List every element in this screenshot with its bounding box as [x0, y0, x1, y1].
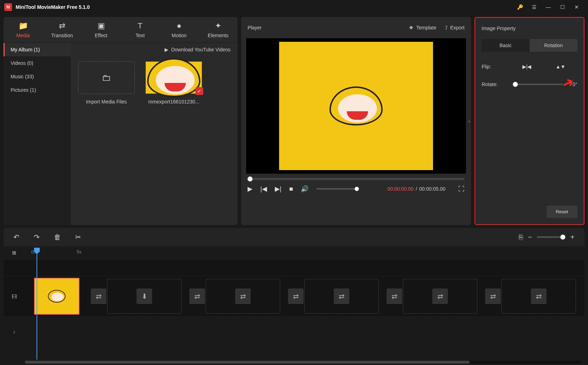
folder-open-icon: 🗀	[102, 72, 111, 83]
property-tab-basic[interactable]: Basic	[482, 39, 529, 52]
sidebar-item-pictures[interactable]: Pictures (1)	[4, 83, 71, 97]
stop-button[interactable]: ■	[289, 185, 293, 193]
reset-button[interactable]: Reset	[547, 206, 577, 218]
main-tabs: 📁 Media ⇄ Transition ▣ Effect T Text ● M…	[4, 17, 238, 43]
app-logo-icon: M	[4, 3, 12, 11]
prev-frame-button[interactable]: |◀	[260, 185, 267, 193]
download-icon: ⬇	[137, 288, 152, 304]
seek-slider[interactable]	[248, 178, 465, 180]
zoom-slider[interactable]	[537, 236, 565, 238]
video-track-icon: 🎞	[4, 294, 25, 299]
text-icon: T	[138, 21, 142, 30]
swap-icon: ⇄	[235, 288, 251, 304]
collapse-handle[interactable]: ›	[467, 112, 471, 130]
transition-slot-button[interactable]: ⇄	[485, 288, 501, 304]
zoom-in-button[interactable]: +	[570, 233, 575, 241]
player-title: Player	[248, 25, 400, 30]
empty-clip-slot[interactable]: ⬇	[107, 279, 182, 314]
flip-vertical-button[interactable]: ▲▼	[554, 62, 567, 71]
sidebar-item-myalbum[interactable]: My Album (1)	[4, 43, 71, 56]
rotate-slider[interactable]	[513, 84, 563, 85]
overlay-track[interactable]	[4, 259, 584, 276]
swap-icon: ⇄	[531, 288, 547, 304]
timeline-ruler[interactable]: ⊞ 0s 5s	[4, 246, 584, 259]
empty-clip-slot[interactable]: ⇄	[304, 279, 379, 314]
template-label: Template	[416, 25, 437, 30]
swap-icon: ⇄	[432, 288, 448, 304]
transition-icon: ⇄	[59, 21, 65, 30]
folder-icon: 📁	[18, 21, 28, 30]
add-track-button[interactable]: ⊞	[4, 246, 25, 259]
template-button[interactable]: ❖ Template	[409, 25, 437, 30]
tab-transition[interactable]: ⇄ Transition	[43, 17, 82, 43]
tab-motion[interactable]: ● Motion	[160, 17, 199, 43]
tab-label: Elements	[208, 33, 228, 38]
transition-slot-button[interactable]: ⇄	[189, 288, 205, 304]
maximize-button[interactable]: ☐	[555, 0, 570, 14]
clip-thumbnail	[48, 290, 66, 303]
empty-clip-slot[interactable]: ⇄	[206, 279, 280, 314]
preview-area	[246, 38, 466, 174]
tab-label: Text	[135, 33, 145, 38]
media-sidebar: My Album (1) Videos (0) Music (33) Pictu…	[4, 43, 71, 225]
audio-track[interactable]: ♪	[4, 316, 584, 346]
tab-label: Motion	[172, 33, 187, 38]
play-button[interactable]: ▶	[248, 185, 253, 193]
timeline: ⊞ 0s 5s 🎞 ⇄ ⬇ ⇄ ⇄ ⇄ ⇄ ⇄ ⇄ ⇄	[4, 246, 584, 365]
transition-slot-button[interactable]: ⇄	[91, 288, 106, 304]
download-youtube-link[interactable]: Download YouTube Videos	[171, 47, 231, 52]
next-frame-button[interactable]: ▶|	[275, 185, 282, 193]
key-icon[interactable]: 🔑	[513, 0, 527, 14]
tab-effect[interactable]: ▣ Effect	[82, 17, 121, 43]
transition-slot-button[interactable]: ⇄	[387, 288, 402, 304]
export-button[interactable]: ⤴ Export	[445, 25, 465, 30]
property-tab-rotation[interactable]: Rotation	[529, 39, 577, 52]
flip-horizontal-button[interactable]: ▶|◀	[521, 62, 533, 71]
export-icon: ⤴	[445, 25, 448, 30]
media-thumbnail[interactable]: ✓	[145, 61, 202, 94]
import-media-button[interactable]: 🗀	[78, 61, 135, 94]
ruler-mark: 5s	[77, 249, 82, 254]
minimize-button[interactable]: —	[541, 0, 555, 14]
flip-label: Flip:	[482, 64, 503, 69]
player-panel: Player ❖ Template ⤴ Export › ▶ |◀ ▶| ■ 🔊	[241, 17, 471, 225]
undo-button[interactable]: ↶	[13, 233, 20, 241]
swap-icon: ⇄	[334, 288, 349, 304]
empty-clip-slot[interactable]: ⇄	[403, 279, 477, 314]
volume-icon[interactable]: 🔊	[301, 185, 309, 193]
tab-media[interactable]: 📁 Media	[4, 17, 43, 43]
tab-text[interactable]: T Text	[121, 17, 160, 43]
timeline-scrollbar[interactable]	[25, 361, 581, 364]
time-separator: /	[416, 186, 417, 192]
import-label: Import Media Files	[78, 99, 135, 105]
video-track[interactable]: 🎞 ⇄ ⬇ ⇄ ⇄ ⇄ ⇄ ⇄ ⇄ ⇄ ⇄	[4, 276, 584, 316]
rotate-value: 0°	[573, 82, 577, 87]
app-title: MiniTool MovieMaker Free 5.1.0	[16, 4, 90, 10]
thumbnail-image	[147, 58, 200, 97]
timeline-clip[interactable]	[34, 278, 79, 315]
tab-label: Effect	[95, 33, 107, 38]
motion-icon: ●	[177, 21, 181, 30]
export-label: Export	[450, 25, 465, 30]
redo-button[interactable]: ↷	[34, 233, 40, 241]
volume-slider[interactable]	[316, 188, 359, 190]
tab-elements[interactable]: ✦ Elements	[199, 17, 238, 43]
fit-button[interactable]: ⎘	[519, 233, 523, 241]
menu-icon[interactable]: ☰	[527, 0, 541, 14]
transition-slot-button[interactable]: ⇄	[288, 288, 304, 304]
effect-icon: ▣	[98, 21, 105, 30]
preview-image	[279, 42, 433, 170]
tab-label: Media	[16, 33, 30, 38]
sidebar-item-music[interactable]: Music (33)	[4, 70, 71, 83]
empty-clip-slot[interactable]: ⇄	[501, 279, 576, 314]
fullscreen-button[interactable]: ⛶	[458, 185, 465, 193]
delete-button[interactable]: 🗑	[54, 233, 61, 241]
sidebar-item-videos[interactable]: Videos (0)	[4, 56, 71, 70]
media-panel: 📁 Media ⇄ Transition ▣ Effect T Text ● M…	[4, 17, 238, 225]
tab-label: Transition	[51, 33, 73, 38]
check-icon: ✓	[195, 87, 203, 95]
split-button[interactable]: ✂	[75, 233, 81, 241]
close-button[interactable]: ✕	[570, 0, 584, 14]
zoom-out-button[interactable]: −	[528, 233, 532, 241]
total-time: 00:00:05.00	[419, 186, 445, 192]
